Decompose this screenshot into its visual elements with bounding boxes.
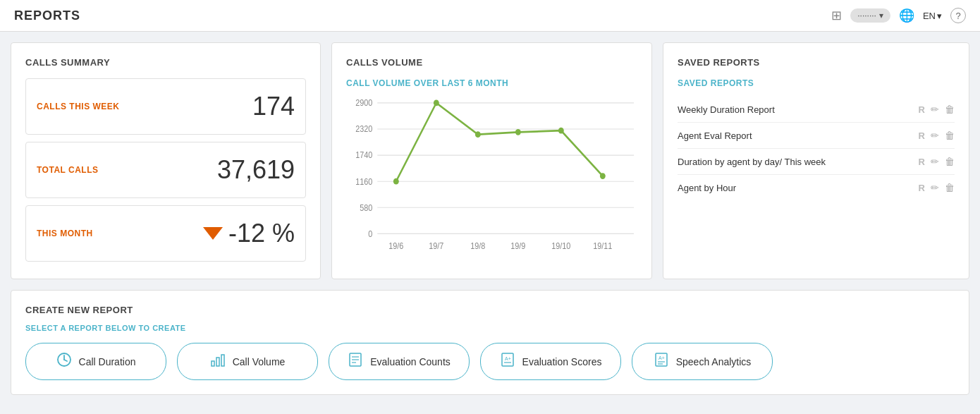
report-actions-0: R ✏ 🗑 xyxy=(919,104,955,115)
report-run-1[interactable]: R xyxy=(919,130,925,141)
calls-volume-card: CALLS VOLUME CALL VOLUME OVER LAST 6 MON… xyxy=(331,42,652,279)
report-edit-3[interactable]: ✏ xyxy=(931,182,939,193)
calls-volume-title: CALLS VOLUME xyxy=(346,57,637,68)
total-calls-value: 37,619 xyxy=(217,155,295,185)
lang-dropdown-icon: ▾ xyxy=(937,11,942,21)
evaluation-scores-label: Evaluation Scores xyxy=(522,356,602,367)
evaluation-counts-button[interactable]: Evaluation Counts xyxy=(329,343,470,380)
svg-text:0: 0 xyxy=(368,229,372,238)
svg-text:19/11: 19/11 xyxy=(593,242,612,251)
app-title: REPORTS xyxy=(14,8,80,23)
svg-text:19/10: 19/10 xyxy=(551,242,570,251)
create-report-card: CREATE NEW REPORT SELECT A REPORT BELOW … xyxy=(11,290,969,395)
svg-text:2900: 2900 xyxy=(355,99,372,108)
grid-icon[interactable]: ⊞ xyxy=(831,8,842,23)
total-calls-item: TOTAL CALLS 37,619 xyxy=(25,142,306,198)
user-name: ········ xyxy=(857,11,876,20)
call-duration-label: Call Duration xyxy=(79,356,136,367)
total-calls-label: TOTAL CALLS xyxy=(37,165,99,175)
down-arrow-icon xyxy=(203,227,223,240)
svg-rect-27 xyxy=(212,361,214,366)
main-content: CALLS SUMMARY CALLS THIS WEEK 174 TOTAL … xyxy=(0,32,980,406)
evaluation-counts-label: Evaluation Counts xyxy=(370,356,451,367)
call-duration-icon xyxy=(56,352,72,371)
report-edit-2[interactable]: ✏ xyxy=(931,156,939,167)
svg-point-21 xyxy=(515,129,521,135)
call-duration-button[interactable]: Call Duration xyxy=(25,343,166,380)
user-menu[interactable]: ········ ▾ xyxy=(850,8,890,23)
this-month-change: -12 % xyxy=(203,219,295,248)
header-right: ⊞ ········ ▾ 🌐 EN ▾ ? xyxy=(831,8,966,23)
calls-this-week-item: CALLS THIS WEEK 174 xyxy=(25,78,306,135)
svg-text:19/6: 19/6 xyxy=(388,242,403,251)
saved-reports-title: SAVED REPORTS xyxy=(678,57,955,68)
svg-text:1740: 1740 xyxy=(355,151,372,160)
saved-reports-card: SAVED REPORTS SAVED REPORTS Weekly Durat… xyxy=(663,42,969,279)
speech-analytics-icon: A+ xyxy=(654,352,669,371)
report-actions-2: R ✏ 🗑 xyxy=(919,156,955,167)
svg-text:A+: A+ xyxy=(505,356,511,361)
speech-analytics-label: Speech Analytics xyxy=(676,356,752,367)
calls-summary-card: CALLS SUMMARY CALLS THIS WEEK 174 TOTAL … xyxy=(11,42,321,279)
report-actions-3: R ✏ 🗑 xyxy=(919,182,955,193)
report-delete-0[interactable]: 🗑 xyxy=(945,104,955,115)
calls-this-week-value: 174 xyxy=(252,92,295,121)
report-name-3: Agent by Hour xyxy=(678,183,736,193)
report-name-2: Duration by agent by day/ This week xyxy=(678,157,826,167)
evaluation-scores-button[interactable]: A+ Evaluation Scores xyxy=(480,343,621,380)
evaluation-counts-icon xyxy=(348,352,363,371)
report-row-3: Agent by Hour R ✏ 🗑 xyxy=(678,175,955,200)
svg-text:2320: 2320 xyxy=(355,125,372,134)
svg-text:19/8: 19/8 xyxy=(470,242,485,251)
report-row-0: Weekly Duration Report R ✏ 🗑 xyxy=(678,97,955,123)
this-month-label: THIS MONTH xyxy=(37,229,93,238)
call-volume-icon xyxy=(210,352,226,371)
evaluation-scores-icon: A+ xyxy=(500,352,515,371)
speech-analytics-button[interactable]: A+ Speech Analytics xyxy=(632,343,773,380)
svg-text:580: 580 xyxy=(360,203,372,212)
user-dropdown-icon: ▾ xyxy=(879,11,883,20)
svg-text:19/7: 19/7 xyxy=(429,242,443,251)
calls-this-week-label: CALLS THIS WEEK xyxy=(37,102,120,111)
report-row-2: Duration by agent by day/ This week R ✏ … xyxy=(678,149,955,175)
svg-text:1160: 1160 xyxy=(355,177,372,186)
app-header: REPORTS ⊞ ········ ▾ 🌐 EN ▾ ? xyxy=(0,0,980,32)
svg-point-19 xyxy=(434,100,439,106)
language-selector[interactable]: EN ▾ xyxy=(923,11,942,21)
report-actions-1: R ✏ 🗑 xyxy=(919,130,955,141)
report-delete-3[interactable]: 🗑 xyxy=(945,182,955,193)
svg-point-18 xyxy=(393,178,399,185)
chart-title: CALL VOLUME OVER LAST 6 MONTH xyxy=(346,78,637,88)
calls-summary-title: CALLS SUMMARY xyxy=(25,57,306,68)
report-name-0: Weekly Duration Report xyxy=(678,104,775,115)
report-delete-2[interactable]: 🗑 xyxy=(945,156,955,167)
chart-area: 2900 2320 1740 1160 580 0 19/6 19/7 19/8… xyxy=(346,95,637,264)
svg-text:19/9: 19/9 xyxy=(510,242,525,251)
report-run-0[interactable]: R xyxy=(919,104,925,115)
svg-point-23 xyxy=(600,173,606,179)
report-delete-1[interactable]: 🗑 xyxy=(945,130,955,141)
svg-point-20 xyxy=(475,131,481,138)
report-edit-1[interactable]: ✏ xyxy=(931,130,939,141)
help-button[interactable]: ? xyxy=(950,8,966,23)
line-chart: 2900 2320 1740 1160 580 0 19/6 19/7 19/8… xyxy=(346,95,637,264)
select-report-label: SELECT A REPORT BELOW TO CREATE xyxy=(25,324,955,332)
globe-icon[interactable]: 🌐 xyxy=(899,8,914,23)
call-volume-button[interactable]: Call Volume xyxy=(177,343,318,380)
report-name-1: Agent Eval Report xyxy=(678,130,752,141)
report-row-1: Agent Eval Report R ✏ 🗑 xyxy=(678,123,955,149)
this-month-item: THIS MONTH -12 % xyxy=(25,205,306,262)
top-row: CALLS SUMMARY CALLS THIS WEEK 174 TOTAL … xyxy=(11,42,969,279)
report-run-2[interactable]: R xyxy=(919,157,925,167)
saved-reports-subtitle: SAVED REPORTS xyxy=(678,78,955,88)
svg-point-22 xyxy=(558,128,564,134)
svg-text:A+: A+ xyxy=(659,355,665,360)
this-month-value: -12 % xyxy=(228,219,295,248)
create-report-title: CREATE NEW REPORT xyxy=(25,305,955,315)
report-edit-0[interactable]: ✏ xyxy=(931,104,939,115)
svg-line-26 xyxy=(64,360,67,361)
report-type-buttons: Call Duration Call Volume xyxy=(25,343,955,380)
report-run-3[interactable]: R xyxy=(919,183,925,193)
svg-rect-29 xyxy=(221,355,224,366)
svg-rect-28 xyxy=(216,358,219,366)
